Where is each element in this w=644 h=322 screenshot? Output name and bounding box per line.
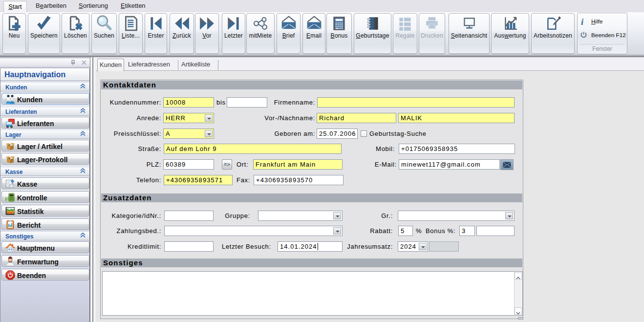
svg-text:i: i [581, 17, 584, 26]
